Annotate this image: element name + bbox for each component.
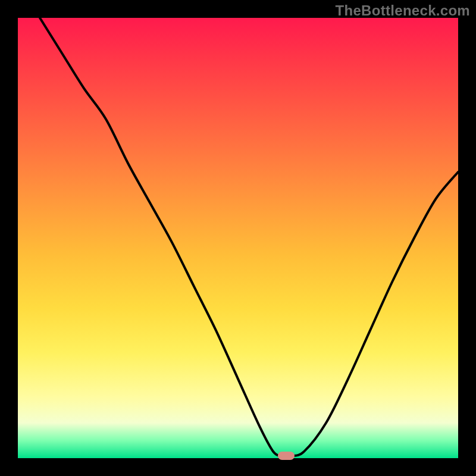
bottleneck-curve [18,18,458,458]
plot-area [18,18,458,458]
chart-frame: TheBottleneck.com [0,0,476,476]
watermark-text: TheBottleneck.com [336,2,470,19]
optimal-point-marker [278,452,295,460]
